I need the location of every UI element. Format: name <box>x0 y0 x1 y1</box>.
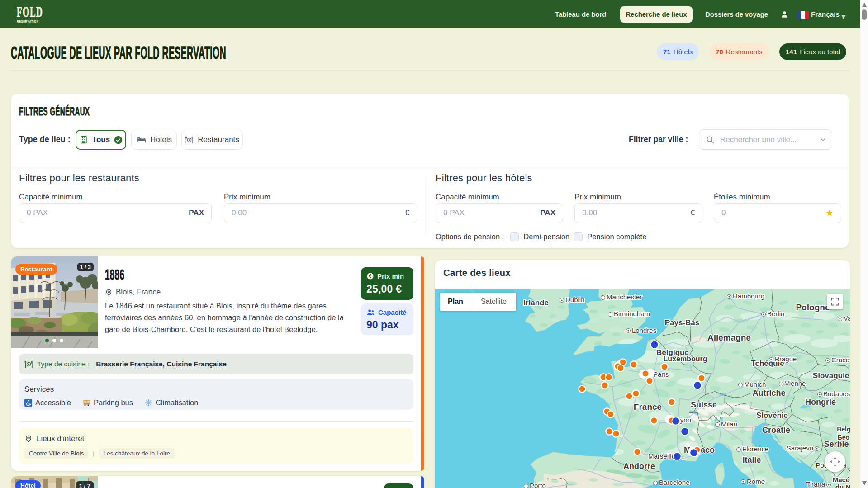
svg-text:Birmingham: Birmingham <box>614 310 650 317</box>
svg-text:Porto: Porto <box>530 482 546 488</box>
svg-text:Autriche: Autriche <box>752 389 785 398</box>
svg-text:Londres: Londres <box>632 327 656 334</box>
svg-text:Pologne: Pologne <box>796 303 830 312</box>
svg-text:Vienne: Vienne <box>785 379 806 387</box>
svg-text:France: France <box>634 402 662 412</box>
svg-text:Croatie: Croatie <box>762 426 790 435</box>
svg-text:Berlin: Berlin <box>767 310 784 317</box>
svg-text:Allemagne: Allemagne <box>707 333 751 342</box>
svg-text:Prague: Prague <box>775 355 797 363</box>
svg-text:Luxembourg: Luxembourg <box>664 355 707 363</box>
svg-text:€: € <box>369 273 372 279</box>
svg-text:Slovénie: Slovénie <box>756 411 788 420</box>
svg-text:Varso: Varso <box>844 314 850 322</box>
svg-text:Serbie: Serbie <box>824 440 849 449</box>
svg-text:Cracovie: Cracovie <box>831 356 850 364</box>
svg-text:Belgra: Belgra <box>837 426 850 433</box>
svg-text:Andorre: Andorre <box>623 462 655 471</box>
svg-text:Pays-Bas: Pays-Bas <box>665 318 700 327</box>
svg-text:Florence: Florence <box>742 445 768 453</box>
svg-text:du No: du No <box>835 483 850 488</box>
svg-text:Irlande: Irlande <box>523 298 549 307</box>
svg-text:Dublin: Dublin <box>565 296 585 303</box>
svg-text:Milan: Milan <box>721 420 737 428</box>
svg-text:Sarajevo: Sarajevo <box>787 444 813 452</box>
svg-text:Barcelone: Barcelone <box>659 479 690 486</box>
svg-text:Marseille: Marseille <box>648 452 675 460</box>
svg-text:Macéd: Macéd <box>833 476 850 483</box>
svg-text:Slovaquie: Slovaquie <box>813 371 849 380</box>
svg-text:Беогр: Беогр <box>838 434 850 441</box>
svg-text:Tirana: Tirana <box>806 480 825 488</box>
svg-text:Munich: Munich <box>744 380 766 388</box>
svg-text:Budapest: Budapest <box>823 390 850 398</box>
svg-text:Paris: Paris <box>653 370 669 378</box>
svg-text:Rome: Rome <box>747 478 765 485</box>
svg-text:Hongrie: Hongrie <box>805 398 836 407</box>
svg-text:Hambourg: Hambourg <box>733 292 764 300</box>
svg-text:Manchester: Manchester <box>607 293 642 301</box>
svg-text:Italie: Italie <box>742 455 761 464</box>
svg-text:Suisse: Suisse <box>691 400 717 409</box>
